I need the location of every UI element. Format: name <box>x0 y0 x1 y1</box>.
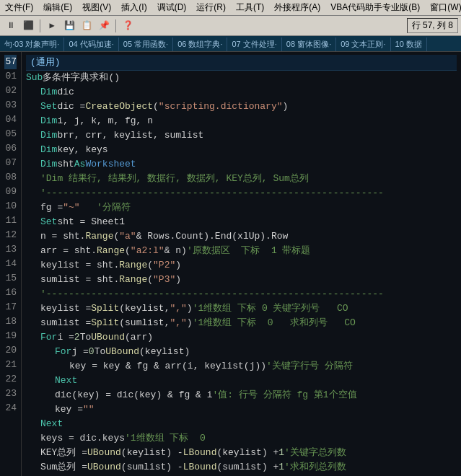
linenum-16: 16 <box>4 286 17 300</box>
code-line-06: Dim key, keys <box>26 143 457 157</box>
tab-09[interactable]: 09 文本正则· <box>336 38 390 51</box>
menu-tools[interactable]: 工具(T) <box>234 1 266 14</box>
linenum-57: 57 <box>4 55 17 69</box>
for-i-expr: i = <box>57 330 74 345</box>
kw-for-j: For <box>55 345 71 359</box>
amp-rows: & Rows.Count).End(xlUp).Row <box>136 229 289 244</box>
cmt-sumlist: '1维数组 下标 0 求和列号 CO <box>193 316 356 330</box>
tab-10[interactable]: 10 数据 <box>391 38 427 51</box>
linenum-01: 01 <box>4 69 17 84</box>
run-btn[interactable]: ▶ <box>44 18 60 34</box>
cmt-fenge: '分隔符 <box>97 200 131 215</box>
linenum-21: 21 <box>4 358 17 372</box>
var-dic: dic <box>57 85 74 100</box>
menu-debug[interactable]: 调试(D) <box>155 1 189 14</box>
for-j-expr: j = <box>71 345 88 359</box>
cmt-dash-1: '---------------------------------------… <box>40 186 384 200</box>
menu-vba-helper[interactable]: VBA代码助手专业版(B) <box>328 1 422 14</box>
assign-sumtotal: Sum总列 = <box>40 460 87 475</box>
fn-ubound-sum: UBound <box>87 460 121 475</box>
copy-btn[interactable]: 📋 <box>79 18 95 34</box>
assign-sumlist-2: sumlist = <box>40 316 91 330</box>
kw-dim-4: Dim <box>40 143 57 157</box>
code-line-07: Dim sht As Worksheet <box>26 157 457 172</box>
menu-edit[interactable]: 编辑(E) <box>41 1 74 14</box>
code-line-09: fg = "~" '分隔符 <box>26 200 457 215</box>
code-line-03: Set dic = CreateObject ( "scripting.dict… <box>26 100 457 114</box>
linenum-06: 06 <box>4 141 17 156</box>
save-btn[interactable]: 💾 <box>61 18 77 34</box>
kw-dim-1: Dim <box>40 85 57 100</box>
code-line-18: For j = 0 To UBound (keylist) <box>26 345 457 359</box>
type-worksheet: Worksheet <box>85 157 136 172</box>
cmt-dim-vars: 'Dim 结果行, 结果列, 数据行, 数据列, KEY总列, Sum总列 <box>40 172 309 186</box>
assign-key: key = key & fg & arr(i, keylist(j)) <box>69 359 266 374</box>
code-line-14: sumlist = sht. Range ( "P3" ) <box>26 273 457 287</box>
cmt-key: '关键字行号 分隔符 <box>266 359 353 374</box>
menubar: 文件(F) 编辑(E) 视图(V) 插入(I) 调试(D) 运行(R) 工具(T… <box>0 0 461 16</box>
paren-p3: ( <box>147 273 153 287</box>
menu-run[interactable]: 运行(R) <box>194 1 228 14</box>
code-line-next-i: Next <box>26 417 457 431</box>
kw-dim-3: Dim <box>40 128 57 143</box>
assign-sumlist: sumlist = sht. <box>40 273 119 287</box>
str-p2: "P2" <box>153 258 175 273</box>
space-1 <box>80 200 97 215</box>
menu-window[interactable]: 窗口(W) <box>428 1 461 14</box>
code-line-15: keylist = Split (keylist, "," ) '1维数组 下标… <box>26 301 457 316</box>
linenum-22: 22 <box>4 372 17 387</box>
kw-sub: Sub <box>26 71 43 85</box>
var-sht-decl: sht <box>57 157 74 172</box>
tab-03[interactable]: 句·03 对象声明· <box>0 38 64 51</box>
paren-2: ) <box>283 100 289 114</box>
linenum-18: 18 <box>4 314 17 329</box>
vars-brr: brr, crr, keylist, sumlist <box>57 128 203 143</box>
to-ubound-j: To <box>95 345 106 359</box>
fn-range: Range <box>85 229 113 244</box>
tab-04[interactable]: 04 代码加速· <box>64 38 118 51</box>
paste-btn[interactable]: 📌 <box>96 18 112 34</box>
menu-insert[interactable]: 插入(I) <box>119 1 149 14</box>
linenum-04: 04 <box>4 113 17 127</box>
linenum-08: 08 <box>4 170 17 185</box>
vars-key: key, keys <box>57 143 107 157</box>
code-content[interactable]: (通用) Sub 多条件字典求和() Dim dic Set dic = Cre… <box>22 52 461 476</box>
toolbar-sep-2 <box>115 19 116 32</box>
cursor-status: 行 57, 列 8 <box>407 18 458 33</box>
close-p2: ) <box>175 258 181 273</box>
header-label: (通用) <box>30 56 61 70</box>
code-line-19: key = key & fg & arr(i, keylist(j)) '关键字… <box>26 359 457 374</box>
kw-dim-2: Dim <box>40 114 57 128</box>
menu-file[interactable]: 文件(F) <box>3 1 35 14</box>
stop-btn[interactable]: ⬛ <box>20 18 36 34</box>
tab-07[interactable]: 07 文件处理· <box>227 38 281 51</box>
help-btn[interactable]: ❓ <box>120 18 136 34</box>
str-comma-1: "," <box>170 301 186 316</box>
assign-sht: sht = Sheet1 <box>57 215 125 229</box>
kw-next-j: Next <box>55 374 77 388</box>
assign-keylist: keylist = sht. <box>40 258 119 273</box>
tab-08[interactable]: 08 窗体图像· <box>282 38 336 51</box>
linenum-07: 07 <box>4 156 17 170</box>
linenum-20: 20 <box>4 343 17 358</box>
assign-arr: arr = sht. <box>40 244 97 258</box>
menu-addins[interactable]: 外接程序(A) <box>272 1 322 14</box>
menu-view[interactable]: 视图(V) <box>80 1 113 14</box>
close-split-2: ) <box>187 316 193 330</box>
linenum-03: 03 <box>4 98 17 113</box>
linenum-15: 15 <box>4 271 17 286</box>
code-line-keytotal: KEY总列 = UBound (keylist) - LBound (keyli… <box>26 446 457 460</box>
fn-ubound-key: UBound <box>87 446 121 460</box>
pause-btn[interactable]: ⏸ <box>3 18 19 34</box>
linenum-19: 19 <box>4 329 17 343</box>
paren-ubound-2: (keylist) <box>139 345 190 359</box>
tab-06[interactable]: 06 数组字典· <box>173 38 227 51</box>
code-line-11: n = sht. Range ( "a" & Rows.Count).End(x… <box>26 229 457 244</box>
assign-keytotal: KEY总列 = <box>40 446 87 460</box>
code-header: (通用) <box>26 55 457 71</box>
var-fg: fg = <box>40 200 63 215</box>
linenum-02: 02 <box>4 84 17 98</box>
paren-split-2: (sumlist, <box>119 316 170 330</box>
tab-05[interactable]: 05 常用函数· <box>119 38 173 51</box>
close-split-1: ) <box>187 301 193 316</box>
